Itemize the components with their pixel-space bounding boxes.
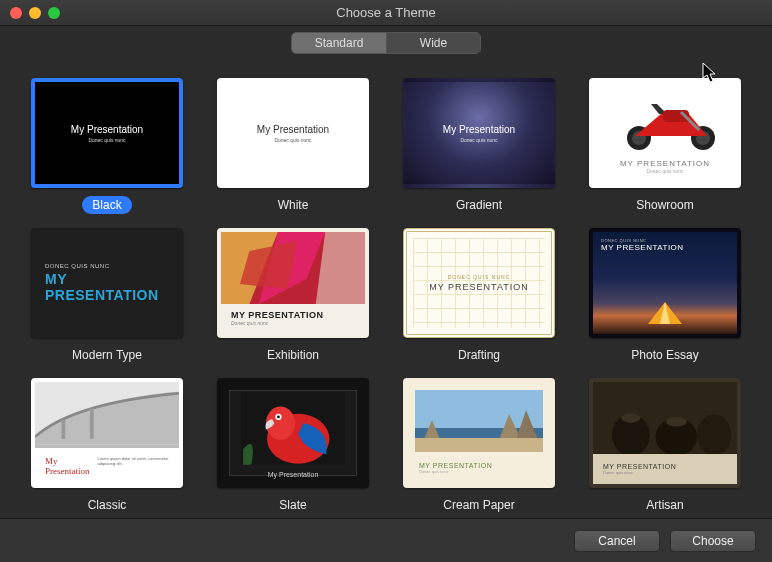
- minimize-icon[interactable]: [29, 7, 41, 19]
- theme-thumbnail: DONEC QUIS NUNC MY PRESENTATION: [589, 228, 741, 338]
- theme-item-gradient[interactable]: My Presentation Donec quis nunc Gradient: [400, 78, 558, 214]
- thumb-title: MY PRESENTATION: [45, 271, 169, 303]
- theme-item-drafting[interactable]: DONEC QUIS NUNC MY PRESENTATION Drafting: [400, 228, 558, 364]
- theme-item-modern-type[interactable]: DONEC QUIS NUNC MY PRESENTATION Modern T…: [28, 228, 186, 364]
- coast-icon: [415, 390, 543, 452]
- theme-thumbnail: My Presentation Donec quis nunc: [217, 78, 369, 188]
- theme-label: Photo Essay: [621, 346, 708, 364]
- zoom-icon[interactable]: [48, 7, 60, 19]
- thumb-subtitle: Donec quis nunc: [460, 137, 497, 143]
- theme-thumbnail: DONEC QUIS NUNC MY PRESENTATION: [403, 228, 555, 338]
- theme-item-exhibition[interactable]: MY PRESENTATION Donec quis nunc Exhibiti…: [214, 228, 372, 364]
- theme-item-classic[interactable]: My Presentation Lorem ipsum dolor sit am…: [28, 378, 186, 514]
- theme-item-black[interactable]: My Presentation Donec quis nunc Black: [28, 78, 186, 214]
- theme-thumbnail: My Presentation: [217, 378, 369, 488]
- aspect-segmented: Standard Wide: [291, 32, 481, 54]
- svg-point-25: [621, 413, 640, 422]
- theme-thumbnail: DONEC QUIS NUNC MY PRESENTATION: [31, 228, 183, 338]
- cancel-button[interactable]: Cancel: [574, 530, 660, 552]
- theme-thumbnail: MY PRESENTATION Donec quis nunc: [217, 228, 369, 338]
- window-controls: [10, 7, 60, 19]
- theme-thumbnail: MY PRESENTATION Donec quis nunc: [589, 78, 741, 188]
- window-title: Choose a Theme: [0, 5, 772, 20]
- svg-rect-22: [415, 438, 543, 452]
- theme-thumbnail: My Presentation Donec quis nunc: [31, 78, 183, 188]
- theme-label: Black: [82, 196, 131, 214]
- thumb-title: MY PRESENTATION: [419, 462, 492, 469]
- close-icon[interactable]: [10, 7, 22, 19]
- thumb-title: MY PRESENTATION: [620, 159, 710, 168]
- theme-item-artisan[interactable]: MY PRESENTATION Donec quis nunc Artisan: [586, 378, 744, 514]
- parrot-icon: [241, 392, 345, 465]
- theme-thumbnail: MY PRESENTATION Donec quis nunc: [589, 378, 741, 488]
- svg-point-27: [666, 417, 687, 426]
- footer: Cancel Choose: [0, 518, 772, 562]
- thumb-title: MY PRESENTATION: [601, 243, 684, 252]
- theme-label: Drafting: [448, 346, 510, 364]
- theme-label: Exhibition: [257, 346, 329, 364]
- tent-icon: [648, 302, 682, 324]
- thumb-subtitle: Donec quis nunc: [274, 137, 311, 143]
- pottery-icon: [593, 382, 737, 458]
- theme-label: Showroom: [626, 196, 703, 214]
- thumb-title: My Presentation: [221, 471, 365, 478]
- thumb-body: Lorem ipsum dolor sit amet, consectetur …: [97, 456, 169, 476]
- abstract-art-icon: [221, 232, 365, 304]
- titlebar: Choose a Theme: [0, 0, 772, 26]
- thumb-title: My Presentation: [71, 124, 143, 135]
- theme-label: Modern Type: [62, 346, 152, 364]
- choose-button[interactable]: Choose: [670, 530, 756, 552]
- thumb-subtitle: Donec quis nunc: [419, 469, 492, 474]
- thumb-kicker: DONEC QUIS NUNC: [45, 263, 169, 269]
- svg-point-19: [277, 416, 280, 419]
- thumb-subtitle: Donec quis nunc: [593, 168, 737, 174]
- theme-item-slate[interactable]: My Presentation Slate: [214, 378, 372, 514]
- thumb-title: MY PRESENTATION: [231, 310, 324, 320]
- thumb-title: MY PRESENTATION: [429, 282, 529, 292]
- thumb-title: MY PRESENTATION: [603, 463, 737, 470]
- theme-grid-scroll[interactable]: My Presentation Donec quis nunc Black My…: [0, 60, 772, 518]
- thumb-subtitle: Donec quis nunc: [88, 137, 125, 143]
- svg-point-28: [697, 414, 731, 456]
- theme-item-white[interactable]: My Presentation Donec quis nunc White: [214, 78, 372, 214]
- theme-label: Gradient: [446, 196, 512, 214]
- thumb-subtitle: Donec quis nunc: [603, 470, 737, 475]
- theme-label: Cream Paper: [433, 496, 524, 514]
- theme-label: Slate: [269, 496, 316, 514]
- thumb-kicker: DONEC QUIS NUNC: [448, 274, 511, 280]
- theme-item-cream-paper[interactable]: MY PRESENTATION Donec quis nunc Cream Pa…: [400, 378, 558, 514]
- motorcycle-icon: [611, 96, 731, 152]
- theme-thumbnail: My Presentation Donec quis nunc: [403, 78, 555, 188]
- theme-thumbnail: My Presentation Lorem ipsum dolor sit am…: [31, 378, 183, 488]
- theme-label: White: [268, 196, 319, 214]
- theme-label: Classic: [78, 496, 137, 514]
- bridge-icon: [35, 382, 179, 445]
- theme-item-showroom[interactable]: MY PRESENTATION Donec quis nunc Showroom: [586, 78, 744, 214]
- theme-grid: My Presentation Donec quis nunc Black My…: [28, 78, 744, 514]
- thumb-title: My Presentation: [45, 456, 89, 476]
- theme-item-photo-essay[interactable]: DONEC QUIS NUNC MY PRESENTATION Photo Es…: [586, 228, 744, 364]
- thumb-title: My Presentation: [443, 124, 515, 135]
- theme-thumbnail: MY PRESENTATION Donec quis nunc: [403, 378, 555, 488]
- aspect-toolbar: Standard Wide: [0, 26, 772, 60]
- thumb-subtitle: Donec quis nunc: [231, 320, 324, 326]
- theme-label: Artisan: [636, 496, 693, 514]
- thumb-title: My Presentation: [257, 124, 329, 135]
- segment-wide[interactable]: Wide: [386, 33, 480, 53]
- segment-standard[interactable]: Standard: [292, 33, 386, 53]
